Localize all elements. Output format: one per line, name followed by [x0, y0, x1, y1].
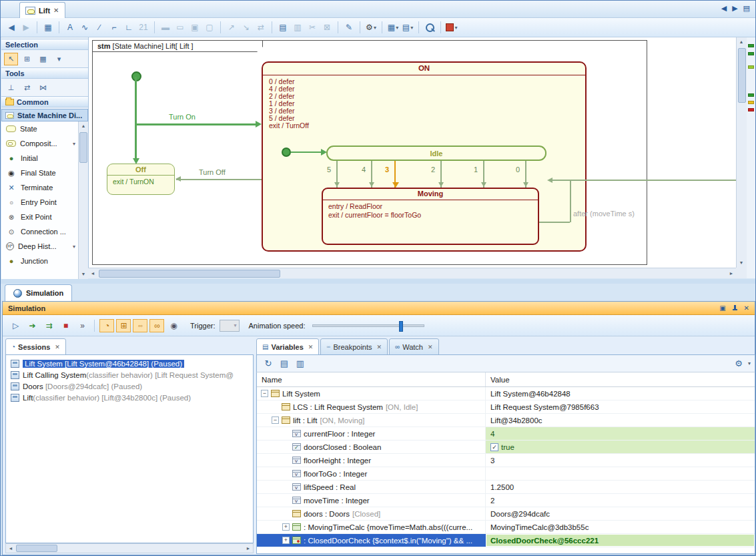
trigger-combobox[interactable]: ▾ [220, 320, 240, 332]
panel-splitter[interactable] [1, 279, 755, 284]
scroll-thumb[interactable] [79, 132, 87, 163]
scroll-up-icon[interactable]: ▲ [79, 121, 88, 131]
palette-item-final[interactable]: ◉Final State [1, 166, 78, 180]
oblique-path-icon[interactable]: ∕ [93, 21, 106, 34]
resize-tool-icon[interactable]: ⋈ [36, 81, 50, 94]
swap-elements-icon[interactable]: ⇄ [254, 21, 268, 34]
back-icon[interactable]: ◀ [5, 21, 18, 34]
after-transition-line[interactable] [539, 222, 570, 223]
turn-off-transition-line[interactable] [176, 179, 262, 180]
settings-icon[interactable]: ⚙▾ [364, 21, 378, 34]
palette-item-exitpoint[interactable]: ⊗Exit Point [1, 210, 78, 224]
collapse-all-icon[interactable]: ▥ [293, 357, 308, 370]
column-header-value[interactable]: Value [486, 372, 755, 386]
step-icon[interactable]: ⇉ [41, 319, 56, 332]
scroll-right-icon[interactable]: ► [244, 544, 253, 553]
diagram-canvas[interactable]: stm [State Machine] Lift[ Lift ] Turn On… [88, 37, 736, 268]
export-icon[interactable]: ▤ [277, 357, 292, 370]
arrange-down-icon[interactable]: ↘ [240, 21, 253, 34]
element-color-icon[interactable]: ▾ [445, 21, 458, 34]
bend-path-icon[interactable]: ∟ [122, 21, 135, 34]
tab-simulation[interactable]: Simulation [5, 284, 72, 301]
session-item[interactable]: Lift Calling System(classifier behavior)… [6, 369, 253, 380]
floor-transition-label[interactable]: 1 [474, 166, 478, 174]
tab-breakpoints[interactable]: ◦◦Breakpoints✕ [320, 338, 388, 355]
pin-icon[interactable] [732, 304, 738, 312]
turn-on-transition-label[interactable]: Turn On [169, 113, 196, 121]
more-commands-icon[interactable]: » [75, 319, 89, 332]
tab-close-icon[interactable]: ✕ [53, 7, 59, 14]
scroll-thumb[interactable] [16, 545, 57, 552]
slider-thumb[interactable] [399, 321, 403, 332]
table-row[interactable]: moveTime : Integer2 [257, 494, 755, 507]
scroll-down-icon[interactable]: ▼ [79, 270, 88, 279]
table-row[interactable]: doorsClosed : Boolean✓true [257, 441, 755, 454]
close-icon[interactable]: ✕ [744, 304, 749, 312]
table-row[interactable]: floorHeight : Integer3 [257, 454, 755, 467]
tab-lift[interactable]: Lift ✕ [19, 2, 65, 18]
scroll-right-icon[interactable]: ► [727, 269, 736, 278]
tab-close-icon[interactable]: ✕ [308, 344, 314, 350]
curve-path-icon[interactable]: ∿ [78, 21, 91, 34]
table-row[interactable]: liftSpeed : Real1.2500 [257, 481, 755, 494]
arrange-up-icon[interactable]: ↗ [225, 21, 238, 34]
annotation-mark[interactable] [748, 65, 754, 69]
table-row[interactable]: floorToGo : Integer [257, 467, 755, 481]
endless-toggle-icon[interactable]: ∞ [149, 319, 164, 332]
session-item[interactable]: Lift System [Lift System@46b42848] (Paus… [6, 358, 253, 369]
floor-transition-label[interactable]: 0 [516, 166, 520, 174]
sidebar-scrollbar[interactable]: ▲ ▼ [78, 121, 88, 279]
column-header-name[interactable]: Name [257, 372, 486, 386]
table-row[interactable]: currentFloor : Integer4 [257, 427, 755, 441]
cut-icon[interactable]: ✂ [306, 21, 319, 34]
initial-pseudostate[interactable] [282, 148, 291, 157]
animate-toggle-icon[interactable]: ◔ [99, 319, 114, 332]
state-moving[interactable]: Moving entry / ReadFloorexit / currentFl… [322, 188, 539, 245]
anchor-tool-icon[interactable]: ⊥ [4, 81, 18, 94]
run-icon[interactable]: ▷ [8, 319, 23, 332]
resume-icon[interactable]: ➔ [25, 319, 39, 332]
tools-section-header[interactable]: Tools [1, 67, 88, 79]
selection-section-header[interactable]: Selection [1, 39, 88, 50]
containment-toggle-icon[interactable]: ⊞ [116, 319, 131, 332]
expander-icon[interactable]: − [272, 416, 279, 424]
table-row[interactable]: LCS : Lift Request System [ON, Idle]Lift… [257, 400, 755, 414]
forward-icon[interactable]: ▶ [19, 21, 33, 34]
distribute-icon[interactable]: ▣ [188, 21, 202, 34]
scroll-thumb[interactable] [99, 270, 280, 278]
table-row[interactable]: +: MovingTimeCalc {moveTime=Math.abs(((c… [257, 521, 755, 534]
annotation-mark[interactable] [748, 44, 754, 47]
match-size-icon[interactable]: ▢ [203, 21, 216, 34]
common-section-header[interactable]: Common [1, 96, 88, 107]
related-elements-tool-icon[interactable]: ▦ [36, 53, 50, 65]
floor-transition-label[interactable]: 4 [362, 166, 366, 174]
table-row[interactable]: −Lift SystemLift System@46b42848 [257, 387, 755, 400]
terminate-icon[interactable]: ■ [58, 319, 73, 332]
session-item[interactable]: Lift(classifier behavior) [Lift@34b2800c… [6, 392, 253, 403]
initial-transition-line[interactable] [135, 77, 137, 159]
note-edit-icon[interactable]: ✎ [342, 21, 356, 34]
state-off[interactable]: Off exit / TurnON [107, 164, 175, 195]
selection-options-dropdown-icon[interactable]: ▾ [52, 53, 66, 65]
tab-sessions[interactable]: ◔ Sessions ✕ [5, 338, 66, 355]
next-tab-icon[interactable]: ▶ [732, 4, 737, 13]
tab-watch[interactable]: ∞Watch✕ [389, 338, 438, 355]
floor-transition-label[interactable]: 5 [327, 166, 331, 174]
after-transition-line[interactable] [570, 180, 571, 222]
diagram-horizontal-scrollbar[interactable]: ◄ ► [88, 268, 736, 278]
palette-item-composite[interactable]: Composit...▾ [1, 136, 78, 151]
align-left-icon[interactable]: ▬ [159, 21, 172, 34]
palette-item-state[interactable]: State [1, 121, 78, 136]
simulation-panel-header[interactable]: Simulation ▣ ✕ [3, 302, 755, 315]
containment-tree-icon[interactable]: ▦ [41, 21, 55, 34]
palette-item-initial[interactable]: ●Initial [1, 151, 78, 166]
annotation-mark[interactable] [748, 52, 754, 55]
after-transition-label[interactable]: after (moveTime s) [573, 210, 635, 218]
renumber-icon[interactable]: 21 [137, 21, 150, 34]
float-icon[interactable]: ▣ [719, 304, 725, 312]
animation-speed-slider[interactable] [312, 324, 424, 327]
rectilinear-path-icon[interactable]: ⌐ [107, 21, 121, 34]
layout-options-icon[interactable]: ▤▾ [401, 21, 414, 34]
initial-transition-line[interactable] [291, 152, 324, 153]
options-toggle-icon[interactable]: ◦◦ [133, 319, 147, 332]
